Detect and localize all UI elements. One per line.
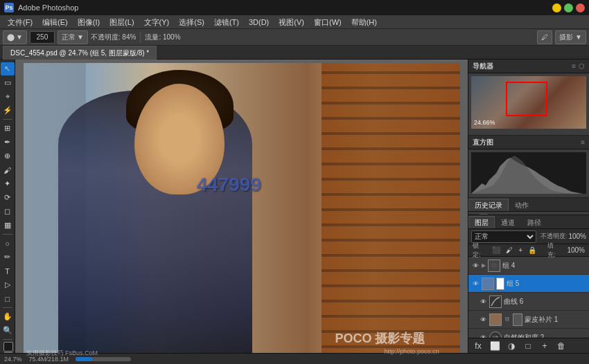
menu-help[interactable]: 帮助(H) — [346, 15, 382, 29]
tool-hand[interactable]: ✋ — [1, 310, 15, 323]
brush-preset-picker[interactable]: ⬤ ▼ — [3, 30, 27, 44]
blend-mode-select[interactable]: 正常▼ — [58, 30, 88, 44]
layer-group-5[interactable]: 👁 组 5 — [468, 275, 589, 293]
add-style-button[interactable]: fx — [471, 339, 485, 353]
tab-history[interactable]: 历史记录 — [468, 199, 509, 211]
foreground-color[interactable] — [3, 342, 13, 351]
workspace-btn[interactable]: 摄影 ▼ — [555, 30, 586, 44]
histogram-panel: 直方图 ≡ — [468, 136, 589, 198]
tool-dodge[interactable]: ○ — [1, 237, 15, 250]
menu-text[interactable]: 文字(Y) — [139, 15, 175, 29]
tool-lasso[interactable]: ⌖ — [1, 90, 15, 103]
layer-group-4[interactable]: 👁 ▶ □ 组 4 — [468, 257, 589, 275]
layer-curve-6[interactable]: 👁 曲线 6 — [468, 293, 589, 311]
svg-marker-1 — [471, 156, 586, 194]
menu-window[interactable]: 窗口(W) — [309, 15, 346, 29]
tab-layers[interactable]: 图层 — [468, 216, 495, 228]
tool-separator — [3, 119, 12, 120]
brick-wall — [322, 63, 460, 361]
progress-fill — [76, 357, 92, 361]
menu-3d[interactable]: 3D(D) — [244, 15, 274, 29]
layer-name: 组 4 — [502, 261, 586, 271]
fill-value: 100% — [567, 246, 585, 254]
tool-text[interactable]: T — [1, 264, 15, 277]
layers-tab-bar: 图层 通道 路径 — [468, 215, 589, 229]
tab-channels[interactable]: 通道 — [495, 216, 521, 228]
tool-history-brush[interactable]: ⟳ — [1, 191, 15, 204]
layer-name-5: 自然饱和度 2 — [504, 333, 586, 338]
tool-shape[interactable]: □ — [1, 292, 15, 305]
status-bar: 24.7% 75.4M/218.1M — [0, 353, 589, 364]
tool-heal[interactable]: ⊕ — [1, 149, 15, 163]
tool-stamp[interactable]: ✦ — [1, 177, 15, 190]
tool-zoom[interactable]: 🔍 — [1, 324, 15, 337]
layer-thumbnail-3 — [489, 295, 502, 308]
layer-mask-thumbnail — [496, 277, 504, 290]
maximize-button[interactable] — [564, 3, 573, 12]
tool-crop[interactable]: ⊞ — [1, 122, 15, 135]
layer-name-3: 曲线 6 — [504, 297, 586, 307]
opacity-control: 不透明度: 100% — [540, 232, 586, 241]
lock-position-icon[interactable]: + — [518, 246, 522, 254]
lock-pixels-icon[interactable]: 🖌 — [506, 246, 513, 254]
new-group-button[interactable]: □ — [521, 339, 535, 353]
menu-select[interactable]: 选择(S) — [174, 15, 209, 29]
new-fill-layer-button[interactable]: ◑ — [504, 339, 518, 353]
tool-pen[interactable]: ✏ — [1, 251, 15, 264]
close-button[interactable] — [576, 3, 585, 12]
menu-filter[interactable]: 滤镜(T) — [209, 15, 244, 29]
doc-tab-bar: DSC_4554.psd @ 24.7% (组 5, 图层蒙版/8) * — [0, 46, 589, 60]
tool-path-select[interactable]: ▷ — [1, 278, 15, 291]
lock-transparent-icon[interactable]: ⬛ — [492, 246, 500, 254]
tool-wand[interactable]: ⚡ — [1, 104, 15, 117]
new-layer-button[interactable]: + — [538, 339, 552, 353]
minimize-button[interactable] — [552, 3, 561, 12]
chain-icon[interactable]: ⛓ — [504, 316, 511, 323]
menu-edit[interactable]: 编辑(E) — [37, 15, 73, 29]
navigator-panel: 导航器 ≡ ⬡ 24.66% — [468, 60, 589, 136]
visibility-icon-3[interactable]: 👁 — [479, 298, 487, 306]
collapse-icon[interactable]: ≡ — [572, 62, 576, 70]
layer-vibrance-2[interactable]: 👁 Vb 自然饱和度 2 — [468, 329, 589, 338]
layer-list: 👁 ▶ □ 组 4 👁 组 5 👁 曲线 6 👁 ⛓ — [468, 257, 589, 338]
tool-gradient[interactable]: ▦ — [1, 219, 15, 232]
tab-paths[interactable]: 路径 — [521, 216, 547, 228]
navigator-thumbnail[interactable]: 24.66% — [471, 76, 586, 129]
lock-all-icon[interactable]: 🔒 — [528, 246, 536, 254]
doc-size-display: 75.4M/218.1M — [29, 356, 69, 363]
menu-image[interactable]: 图像(I) — [73, 15, 105, 29]
navigator-viewport-box — [506, 82, 547, 116]
expand-icon[interactable]: ⬡ — [579, 62, 585, 70]
delete-layer-button[interactable]: 🗑 — [554, 339, 568, 353]
tool-marquee[interactable]: ▭ — [1, 76, 15, 89]
navigator-zoom-label: 24.66% — [474, 119, 495, 126]
tab-actions[interactable]: 动作 — [509, 199, 535, 211]
layer-skin-patch-1[interactable]: 👁 ⛓ 蒙皮补片 1 — [468, 311, 589, 329]
tool-move[interactable]: ↖ — [1, 62, 15, 75]
canvas-image[interactable]: 447999 POCO 摄影专题 http://photo.poco.cn 实用… — [24, 63, 460, 361]
menu-file[interactable]: 文件(F) — [3, 15, 37, 29]
layers-bottom-toolbar: fx ⬜ ◑ □ + 🗑 — [468, 338, 589, 353]
tool-eraser[interactable]: ◻ — [1, 205, 15, 218]
group-collapse-icon[interactable]: ▶ — [482, 262, 486, 269]
add-mask-button[interactable]: ⬜ — [488, 339, 502, 353]
histogram-svg — [471, 152, 586, 194]
opacity-label: 不透明度: 84% — [91, 33, 137, 42]
doc-tab[interactable]: DSC_4554.psd @ 24.7% (组 5, 图层蒙版/8) * — [3, 46, 157, 60]
layer-thumbnail-4 — [489, 313, 502, 326]
tool-eyedropper[interactable]: ✒ — [1, 136, 15, 149]
tool-brush[interactable]: 🖌 — [1, 163, 15, 176]
visibility-icon-4[interactable]: 👁 — [479, 316, 487, 324]
visibility-icon-2[interactable]: 👁 — [471, 280, 480, 288]
menu-layer[interactable]: 图层(L) — [105, 15, 139, 29]
layers-panel: 图层 通道 路径 正常 不透明度: 100% 锁定: ⬛ 🖌 + 🔒 填充: 1… — [468, 215, 589, 353]
brush-size-input[interactable] — [30, 31, 55, 44]
histogram-menu-icon[interactable]: ≡ — [581, 138, 585, 146]
layer-thumbnail: □ — [488, 260, 500, 272]
layer-name-2: 组 5 — [507, 279, 586, 289]
visibility-icon[interactable]: 👁 — [471, 262, 480, 270]
tablet-pressure-btn[interactable]: 🖊 — [537, 30, 552, 44]
progress-bar — [76, 357, 131, 361]
photo-background: 447999 POCO 摄影专题 http://photo.poco.cn 实用… — [24, 63, 460, 361]
menu-view[interactable]: 视图(V) — [274, 15, 309, 29]
